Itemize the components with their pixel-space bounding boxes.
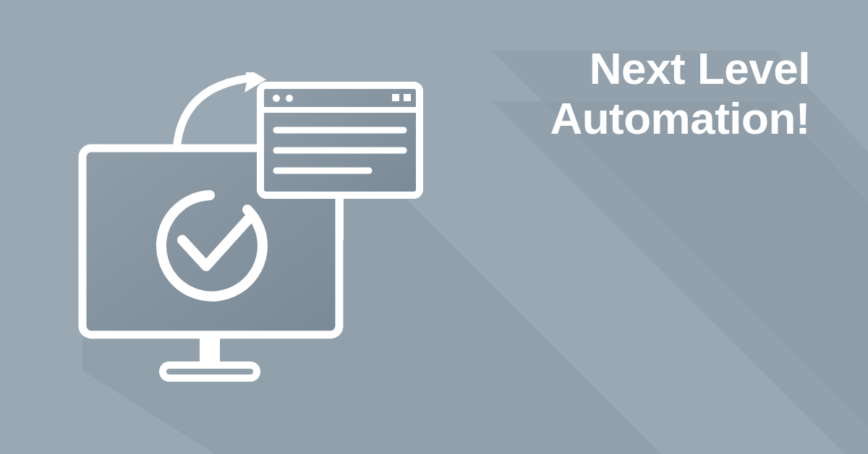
browser-window-icon xyxy=(260,85,420,195)
arrow-icon xyxy=(177,72,266,143)
svg-point-10 xyxy=(286,95,293,102)
svg-rect-11 xyxy=(392,94,399,101)
svg-point-9 xyxy=(273,95,280,102)
headline-line1: Next Level xyxy=(550,43,810,93)
headline-line2: Automation! xyxy=(550,93,810,143)
svg-marker-3 xyxy=(492,101,868,454)
headline: Next Level Automation! xyxy=(550,43,810,144)
svg-rect-7 xyxy=(260,85,420,195)
automation-illustration xyxy=(65,72,427,390)
svg-rect-12 xyxy=(404,94,411,101)
